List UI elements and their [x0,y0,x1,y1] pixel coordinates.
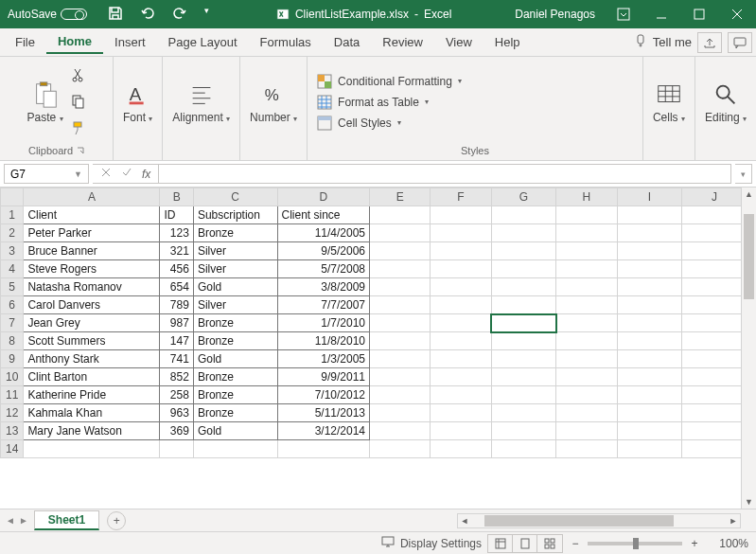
cell-J5[interactable] [682,278,741,296]
cell-F12[interactable] [431,404,491,422]
new-sheet-button[interactable]: + [107,511,126,530]
cell-D3[interactable]: 9/5/2006 [277,242,370,260]
cell-D1[interactable]: Client since [277,206,370,224]
autosave[interactable]: AutoSave [0,8,95,21]
cell-I1[interactable] [617,206,682,224]
cell-B2[interactable]: 123 [160,224,193,242]
cell-F3[interactable] [431,242,491,260]
cell-G3[interactable] [491,242,556,260]
tab-file[interactable]: File [4,31,46,53]
qat-dropdown-icon[interactable]: ▾ [204,6,209,24]
cell-C11[interactable]: Bronze [193,386,277,404]
cell-D6[interactable]: 7/7/2007 [277,296,370,314]
cell-I10[interactable] [617,368,682,386]
cell-styles-button[interactable]: Cell Styles▾ [317,116,462,131]
cell-A3[interactable]: Bruce Banner [24,242,160,260]
row-header[interactable]: 3 [1,242,24,260]
cell-A10[interactable]: Clint Barton [24,368,160,386]
maximize-button[interactable] [680,0,718,28]
cell-D11[interactable]: 7/10/2012 [277,386,370,404]
autosave-toggle[interactable] [61,9,87,20]
cell-A12[interactable]: Kahmala Khan [24,404,160,422]
cell-I7[interactable] [617,314,682,332]
cell-G10[interactable] [491,368,556,386]
cell-D9[interactable]: 1/3/2005 [277,350,370,368]
tab-formulas[interactable]: Formulas [249,31,323,53]
cell-G2[interactable] [491,224,556,242]
cell-C1[interactable]: Subscription [193,206,277,224]
cell-C12[interactable]: Bronze [193,404,277,422]
cell-I9[interactable] [617,350,682,368]
minimize-button[interactable] [642,0,680,28]
cell-B11[interactable]: 258 [160,386,193,404]
format-as-table-button[interactable]: Format as Table▾ [317,95,462,110]
cell-A13[interactable]: Mary Jane Watson [24,422,160,440]
row-header[interactable]: 10 [1,368,24,386]
cell-B4[interactable]: 456 [160,260,193,278]
cell-H13[interactable] [556,422,617,440]
undo-icon[interactable] [140,6,155,24]
fx-icon[interactable]: fx [142,168,150,181]
cell-D4[interactable]: 5/7/2008 [277,260,370,278]
cell-C5[interactable]: Gold [193,278,277,296]
cell-G13[interactable] [491,422,556,440]
cell-B10[interactable]: 852 [160,368,193,386]
hscroll-thumb[interactable] [484,515,674,527]
cell-F9[interactable] [431,350,491,368]
cell-B8[interactable]: 147 [160,332,193,350]
scroll-up-icon[interactable]: ▲ [742,188,756,201]
cell-I14[interactable] [617,440,682,458]
cell-E3[interactable] [370,242,431,260]
cell-B3[interactable]: 321 [160,242,193,260]
cell-E7[interactable] [370,314,431,332]
cell-G11[interactable] [491,386,556,404]
scroll-thumb[interactable] [744,214,754,299]
cell-B13[interactable]: 369 [160,422,193,440]
cell-F7[interactable] [431,314,491,332]
cell-E10[interactable] [370,368,431,386]
cell-J14[interactable] [682,440,741,458]
col-header-I[interactable]: I [617,188,682,206]
scroll-right-icon[interactable]: ► [727,516,740,526]
tab-data[interactable]: Data [323,31,371,53]
user-name[interactable]: Daniel Penagos [505,8,605,21]
cells-button[interactable]: Cells ▾ [653,80,685,124]
cell-A8[interactable]: Scott Summers [24,332,160,350]
cell-E13[interactable] [370,422,431,440]
cell-C13[interactable]: Gold [193,422,277,440]
cell-D7[interactable]: 1/7/2010 [277,314,370,332]
cell-H6[interactable] [556,296,617,314]
col-header-H[interactable]: H [556,188,617,206]
zoom-slider[interactable] [588,542,682,545]
cell-B7[interactable]: 987 [160,314,193,332]
row-header[interactable]: 2 [1,224,24,242]
cell-H14[interactable] [556,440,617,458]
cell-J2[interactable] [682,224,741,242]
cell-J1[interactable] [682,206,741,224]
cell-J9[interactable] [682,350,741,368]
cell-A5[interactable]: Natasha Romanov [24,278,160,296]
save-icon[interactable] [108,6,123,24]
tab-view[interactable]: View [434,31,483,53]
zoom-out-button[interactable]: − [569,537,582,550]
redo-icon[interactable] [172,6,187,24]
cell-F13[interactable] [431,422,491,440]
cell-E6[interactable] [370,296,431,314]
font-button[interactable]: AFont ▾ [123,80,152,124]
cell-I2[interactable] [617,224,682,242]
cell-H2[interactable] [556,224,617,242]
cell-B12[interactable]: 963 [160,404,193,422]
cell-D5[interactable]: 3/8/2009 [277,278,370,296]
cell-D14[interactable] [277,440,370,458]
cell-G12[interactable] [491,404,556,422]
cell-J8[interactable] [682,332,741,350]
page-break-view-button[interactable] [537,535,562,552]
row-header[interactable]: 12 [1,404,24,422]
cell-E5[interactable] [370,278,431,296]
cell-F6[interactable] [431,296,491,314]
cell-E1[interactable] [370,206,431,224]
cell-J6[interactable] [682,296,741,314]
copy-icon[interactable] [71,94,86,111]
cell-G7[interactable] [491,314,556,332]
cell-B1[interactable]: ID [160,206,193,224]
